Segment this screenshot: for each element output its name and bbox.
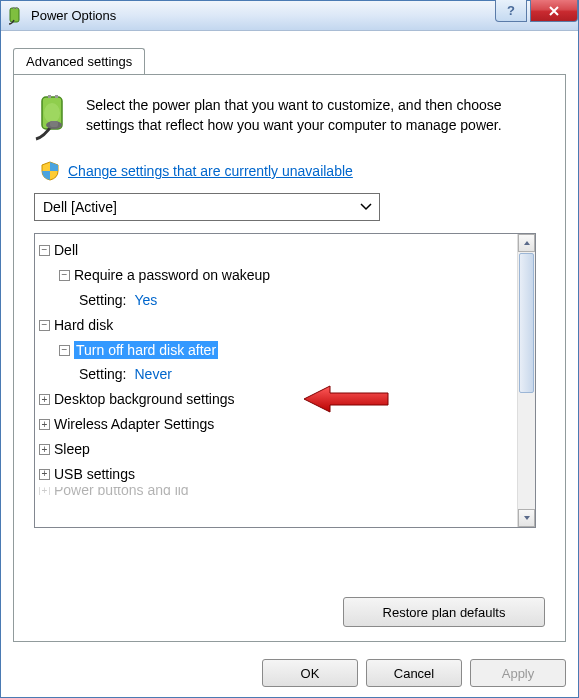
svg-rect-8 (50, 121, 58, 127)
expand-icon[interactable]: + (39, 469, 50, 480)
settings-tree: − Dell − Require a password on wakeup Se… (34, 233, 536, 528)
collapse-icon[interactable]: − (59, 270, 70, 281)
collapse-icon[interactable]: − (39, 245, 50, 256)
tab-area: Advanced settings Select the power plan … (1, 31, 578, 642)
tree-setting-turnoff-harddisk[interactable]: Setting: Never (39, 362, 531, 387)
tree-node-password[interactable]: − Require a password on wakeup (39, 263, 531, 288)
tree-node-harddisk[interactable]: − Hard disk (39, 313, 531, 338)
tree-node-dell[interactable]: − Dell (39, 238, 531, 263)
close-icon (548, 5, 560, 17)
tree-label: Require a password on wakeup (74, 266, 270, 285)
scrollbar[interactable] (517, 234, 535, 527)
change-settings-link[interactable]: Change settings that are currently unava… (68, 163, 353, 179)
tree-node-usb[interactable]: + USB settings (39, 462, 531, 487)
svg-rect-4 (48, 95, 51, 98)
tree-label: Sleep (54, 440, 90, 459)
tree-label: Dell (54, 241, 78, 260)
expand-icon[interactable]: + (39, 394, 50, 405)
close-button[interactable] (530, 0, 578, 22)
power-icon (7, 7, 25, 25)
chevron-down-icon (357, 203, 375, 211)
tree-node-desktop-bg[interactable]: + Desktop background settings (39, 387, 531, 412)
svg-rect-5 (55, 95, 58, 98)
combo-selected-text: Dell [Active] (43, 199, 117, 215)
dialog-buttons: OK Cancel Apply (262, 659, 566, 687)
svg-rect-0 (10, 8, 19, 22)
scroll-thumb[interactable] (519, 253, 534, 393)
tree-setting-password[interactable]: Setting: Yes (39, 288, 531, 313)
help-button[interactable]: ? (495, 0, 527, 22)
ok-button[interactable]: OK (262, 659, 358, 687)
tab-content: Select the power plan that you want to c… (13, 74, 566, 642)
intro-row: Select the power plan that you want to c… (34, 95, 545, 143)
setting-value: Never (134, 365, 171, 384)
setting-label: Setting: (79, 365, 126, 384)
intro-text: Select the power plan that you want to c… (86, 95, 545, 143)
tree-label: USB settings (54, 465, 135, 484)
scroll-down-icon[interactable] (518, 509, 535, 527)
restore-defaults-button[interactable]: Restore plan defaults (343, 597, 545, 627)
svg-rect-1 (13, 7, 15, 9)
tree-label: Power buttons and lid (54, 487, 189, 495)
setting-value: Yes (134, 291, 157, 310)
tree-node-sleep[interactable]: + Sleep (39, 437, 531, 462)
apply-button[interactable]: Apply (470, 659, 566, 687)
setting-label: Setting: (79, 291, 126, 310)
expand-icon[interactable]: + (39, 487, 50, 495)
collapse-icon[interactable]: − (39, 320, 50, 331)
tree-node-turnoff-harddisk[interactable]: − Turn off hard disk after (39, 338, 531, 363)
titlebar[interactable]: Power Options ? (1, 1, 578, 31)
window-title: Power Options (31, 8, 116, 23)
scroll-up-icon[interactable] (518, 234, 535, 252)
expand-icon[interactable]: + (39, 444, 50, 455)
battery-plug-icon (34, 95, 74, 143)
tree-label: Hard disk (54, 316, 113, 335)
expand-icon[interactable]: + (39, 419, 50, 430)
power-options-window: Power Options ? Advanced settings (0, 0, 579, 698)
power-plan-combo[interactable]: Dell [Active] (34, 193, 380, 221)
shield-icon (40, 161, 60, 181)
tree-label: Wireless Adapter Settings (54, 415, 214, 434)
tree-node-power-buttons[interactable]: + Power buttons and lid (39, 487, 531, 495)
uac-shield-row: Change settings that are currently unava… (40, 161, 545, 181)
svg-point-6 (44, 103, 60, 123)
tab-advanced-settings[interactable]: Advanced settings (13, 48, 145, 75)
tree-label: Desktop background settings (54, 390, 235, 409)
cancel-button[interactable]: Cancel (366, 659, 462, 687)
tree-node-wireless[interactable]: + Wireless Adapter Settings (39, 412, 531, 437)
collapse-icon[interactable]: − (59, 345, 70, 356)
tree-label-selected: Turn off hard disk after (74, 341, 218, 360)
red-arrow-annotation (300, 384, 390, 417)
svg-rect-2 (16, 7, 18, 9)
